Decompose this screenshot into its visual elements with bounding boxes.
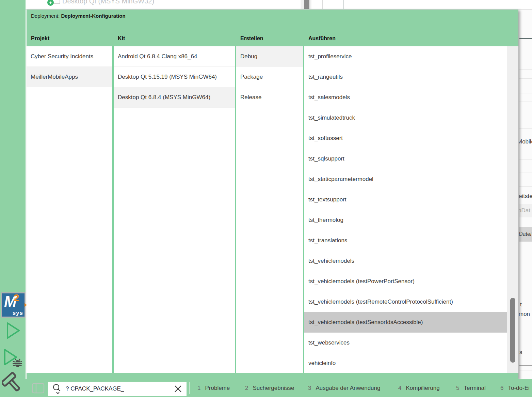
- bottom-toolbar: ? CPACK_PACKAGE_ 1 Probleme 2 Suchergebn…: [26, 379, 532, 397]
- buildconfig-item[interactable]: Debug: [236, 46, 303, 67]
- mode-sidebar: M 2 sys: [0, 0, 26, 397]
- output-pane-button-suchergebnisse[interactable]: 2 Suchergebnisse: [245, 379, 294, 397]
- pane-number: 6: [500, 385, 503, 392]
- m2sys-logo[interactable]: M 2 sys: [1, 292, 26, 318]
- projekt-column: Cyber Security Incidents MeillerMobileAp…: [27, 46, 112, 373]
- output-pane-button-terminal[interactable]: 5 Terminal: [456, 379, 486, 397]
- pane-number: 1: [197, 385, 200, 392]
- background-text-fragment: s: [519, 349, 522, 356]
- popup-header: Deployment: Deployment-Konfiguration Pro…: [27, 10, 518, 46]
- runconfig-item[interactable]: tst_profileservice: [304, 46, 507, 67]
- runconfig-item[interactable]: tst_simulatedtruck: [304, 108, 507, 128]
- runconfig-item[interactable]: tst_textsupport: [304, 189, 507, 210]
- pane-label: Probleme: [205, 385, 230, 392]
- buildconfig-item[interactable]: Package: [236, 67, 303, 87]
- background-text-fragment: pDat: [519, 207, 530, 214]
- background-text-fragment: t: [520, 301, 522, 308]
- divider: [519, 69, 532, 70]
- sidebar-toggle-icon: [32, 383, 45, 394]
- runconfig-item-selected[interactable]: tst_vehiclemodels (testSensorIdsAccessib…: [304, 312, 507, 333]
- runconfig-item[interactable]: vehicleinfo: [304, 353, 507, 373]
- run-button[interactable]: [0, 320, 26, 341]
- kit-item[interactable]: Desktop Qt 5.15.19 (MSYS MinGW64): [114, 67, 235, 87]
- divider: [519, 128, 532, 129]
- popup-title: Deployment: Deployment-Konfiguration: [31, 13, 126, 19]
- divider: [338, 0, 338, 9]
- logo-sys: sys: [13, 310, 23, 316]
- play-bug-icon: [2, 348, 24, 370]
- buildconfig-item[interactable]: Release: [236, 87, 303, 108]
- col-header-ausfuehren: Ausführen: [308, 35, 336, 42]
- background-right-strip: Mobile eitste pDat Datei t mon s: [519, 9, 532, 379]
- run-list-scrollbar-thumb[interactable]: [510, 298, 515, 363]
- output-pane-button-todo[interactable]: 6 To-do-Ei: [500, 379, 530, 397]
- pane-number: 5: [456, 385, 459, 392]
- pane-label: To-do-Ei: [508, 385, 529, 392]
- runconfig-item[interactable]: tst_vehiclemodels: [304, 251, 507, 271]
- runconfig-item[interactable]: tst_webservices: [304, 333, 507, 353]
- divider: [332, 0, 332, 9]
- divider: [519, 52, 532, 52]
- kit-item[interactable]: Android Qt 6.8.4 Clang x86_64: [114, 46, 235, 67]
- popup-body: Cyber Security Incidents MeillerMobileAp…: [27, 46, 518, 373]
- background-scrollbar-thumb[interactable]: [304, 0, 309, 9]
- divider: [189, 382, 190, 394]
- kit-item-label: Desktop Qt (MSYS MinGW32): [62, 0, 154, 5]
- background-text-fragment: eitste: [519, 193, 532, 200]
- play-icon: [5, 320, 21, 341]
- projekt-item[interactable]: MeillerMobileApps: [27, 67, 112, 87]
- build-button[interactable]: [0, 371, 26, 395]
- background-text-fragment: Mobile: [519, 138, 532, 145]
- pane-number: 4: [398, 385, 401, 392]
- hammer-icon: [2, 371, 24, 395]
- runconfig-item[interactable]: tst_sqlsupport: [304, 149, 507, 169]
- pane-number: 2: [245, 385, 248, 392]
- output-pane-button-ausgabe[interactable]: 3 Ausgabe der Anwendung: [308, 379, 380, 397]
- locator-text: ? CPACK_PACKAGE_: [66, 385, 174, 392]
- divider: [322, 0, 323, 9]
- logo-two: 2: [14, 293, 19, 303]
- divider: [519, 159, 532, 160]
- divider: [519, 172, 532, 172]
- pane-label: Kompilierung: [406, 385, 439, 392]
- device-plus-icon: +: [47, 0, 54, 6]
- divider: [519, 370, 532, 370]
- pane-number: 3: [308, 385, 311, 392]
- ausfuehren-column: tst_profileservice tst_rangeutils tst_sa…: [304, 46, 507, 373]
- background-top-strip: + Desktop Qt (MSYS MinGW32): [26, 0, 532, 10]
- output-panel-toggle-button[interactable]: [32, 383, 45, 395]
- close-search-button[interactable]: [174, 384, 182, 393]
- divider: [519, 102, 532, 102]
- runconfig-item[interactable]: tst_rangeutils: [304, 67, 507, 87]
- popup-footer: [27, 373, 518, 379]
- runconfig-item[interactable]: tst_softassert: [304, 128, 507, 149]
- runconfig-item[interactable]: tst_staticparametermodel: [304, 169, 507, 189]
- output-pane-button-kompilierung[interactable]: 4 Kompilierung: [398, 379, 440, 397]
- window-edge: [343, 0, 343, 9]
- runconfig-item[interactable]: tst_vehiclemodels (testPowerPortSensor): [304, 271, 507, 292]
- locator-input[interactable]: ? CPACK_PACKAGE_: [48, 382, 187, 396]
- runconfig-item[interactable]: tst_thermolog: [304, 210, 507, 230]
- kit-item[interactable]: Desktop Qt 6.8.4 (MSYS MinGW64): [114, 87, 235, 108]
- erstellen-column: Debug Package Release: [236, 46, 303, 373]
- output-pane-button-probleme[interactable]: 1 Probleme: [197, 379, 230, 397]
- runconfig-item[interactable]: tst_salesmodels: [304, 87, 507, 108]
- popup-title-label: Deployment:: [31, 13, 60, 19]
- col-header-projekt: Projekt: [31, 35, 49, 42]
- kit-column: Android Qt 6.8.4 Clang x86_64 Desktop Qt…: [114, 46, 235, 373]
- divider: [519, 365, 532, 366]
- popup-title-value: Deployment-Konfiguration: [61, 13, 125, 19]
- close-icon: [174, 384, 182, 393]
- divider: [519, 38, 532, 39]
- pane-label: Terminal: [464, 385, 485, 392]
- runconfig-item[interactable]: tst_vehiclemodels (testRemoteControlProt…: [304, 292, 507, 312]
- background-text-fragment: Datei: [519, 231, 531, 237]
- projekt-item[interactable]: Cyber Security Incidents: [27, 46, 112, 67]
- debug-run-button[interactable]: [0, 348, 26, 370]
- run-list-scrollbar-track[interactable]: [507, 46, 518, 373]
- runconfig-item[interactable]: tst_translations: [304, 230, 507, 251]
- pane-label: Suchergebnisse: [253, 385, 294, 392]
- deployment-kit-selector-popup: Deployment: Deployment-Konfiguration Pro…: [27, 9, 518, 379]
- logo-arrow-icon: [25, 303, 27, 307]
- search-icon[interactable]: [52, 383, 62, 394]
